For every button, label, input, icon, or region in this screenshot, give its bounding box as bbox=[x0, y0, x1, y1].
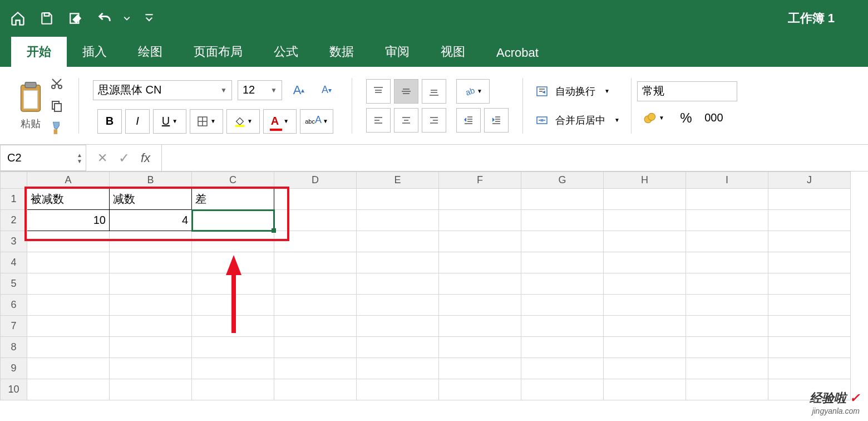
cell[interactable] bbox=[357, 210, 439, 231]
cell[interactable] bbox=[686, 337, 768, 358]
fx-icon[interactable]: fx bbox=[141, 151, 150, 165]
cell[interactable] bbox=[192, 337, 274, 358]
cell-A1[interactable]: 被减数 bbox=[27, 189, 110, 210]
cell-C2[interactable] bbox=[192, 210, 274, 231]
cell[interactable] bbox=[686, 295, 768, 316]
cell[interactable] bbox=[686, 231, 768, 252]
align-center-icon[interactable] bbox=[394, 108, 418, 133]
cell[interactable] bbox=[686, 316, 768, 337]
cell[interactable] bbox=[439, 189, 521, 210]
cell[interactable] bbox=[274, 295, 357, 316]
row-header[interactable]: 2 bbox=[1, 210, 27, 231]
cell[interactable] bbox=[110, 231, 192, 252]
cell[interactable] bbox=[521, 273, 604, 295]
align-right-icon[interactable] bbox=[422, 108, 446, 133]
cell[interactable] bbox=[521, 358, 604, 379]
col-header[interactable]: B bbox=[110, 172, 192, 189]
align-top-icon[interactable] bbox=[366, 79, 391, 104]
cell[interactable] bbox=[110, 337, 192, 358]
cell[interactable] bbox=[686, 210, 768, 231]
cell[interactable] bbox=[110, 252, 192, 273]
underline-button[interactable]: U ▼ bbox=[153, 109, 186, 134]
cell[interactable] bbox=[274, 189, 357, 210]
row-header[interactable]: 7 bbox=[1, 316, 27, 337]
cell-A2[interactable]: 10 bbox=[27, 210, 110, 231]
col-header[interactable]: E bbox=[357, 172, 439, 189]
formula-input[interactable] bbox=[161, 145, 868, 171]
cell[interactable] bbox=[357, 295, 439, 316]
tab-insert[interactable]: 插入 bbox=[67, 37, 122, 67]
row-header[interactable]: 5 bbox=[1, 273, 27, 295]
orientation-button[interactable]: ab ▼ bbox=[456, 79, 490, 104]
cell[interactable] bbox=[521, 252, 604, 273]
row-header[interactable]: 8 bbox=[1, 337, 27, 358]
cell[interactable] bbox=[110, 273, 192, 295]
percent-format-button[interactable]: % bbox=[674, 106, 698, 130]
cell[interactable] bbox=[686, 358, 768, 379]
col-header[interactable]: G bbox=[521, 172, 604, 189]
font-name-combo[interactable]: 思源黑体 CN▼ bbox=[93, 80, 232, 100]
cell[interactable] bbox=[357, 358, 439, 379]
tab-view[interactable]: 视图 bbox=[425, 37, 481, 67]
cancel-formula-icon[interactable]: ✕ bbox=[97, 151, 107, 165]
cell[interactable] bbox=[274, 231, 357, 252]
cell[interactable] bbox=[439, 295, 521, 316]
col-header[interactable]: A bbox=[27, 172, 110, 189]
col-header[interactable]: F bbox=[439, 172, 521, 189]
cell[interactable] bbox=[768, 252, 851, 273]
cell[interactable] bbox=[192, 379, 274, 400]
cell[interactable] bbox=[521, 379, 604, 400]
tab-acrobat[interactable]: Acrobat bbox=[481, 39, 554, 67]
col-header[interactable]: H bbox=[604, 172, 686, 189]
cell[interactable] bbox=[521, 189, 604, 210]
row-header[interactable]: 6 bbox=[1, 295, 27, 316]
border-button[interactable]: ▼ bbox=[190, 109, 223, 134]
cell[interactable] bbox=[768, 210, 851, 231]
cell[interactable] bbox=[521, 210, 604, 231]
cell[interactable] bbox=[27, 295, 110, 316]
cell[interactable] bbox=[439, 337, 521, 358]
merge-center-button[interactable]: 合并后居中 ▼ bbox=[529, 108, 625, 133]
cell[interactable] bbox=[27, 337, 110, 358]
cell[interactable] bbox=[27, 316, 110, 337]
col-header[interactable]: J bbox=[768, 172, 851, 189]
align-bottom-icon[interactable] bbox=[422, 79, 446, 104]
font-size-combo[interactable]: 12▼ bbox=[238, 80, 282, 100]
enter-formula-icon[interactable]: ✓ bbox=[119, 150, 130, 166]
cell[interactable] bbox=[686, 189, 768, 210]
home-icon[interactable] bbox=[6, 6, 30, 31]
cell[interactable] bbox=[604, 210, 686, 231]
cell[interactable] bbox=[439, 379, 521, 400]
cell-C1[interactable]: 差 bbox=[192, 189, 274, 210]
cell[interactable] bbox=[521, 231, 604, 252]
fill-color-button[interactable]: ▼ bbox=[226, 109, 260, 134]
cell[interactable] bbox=[604, 273, 686, 295]
row-header[interactable]: 3 bbox=[1, 231, 27, 252]
cell[interactable] bbox=[357, 316, 439, 337]
cell[interactable] bbox=[357, 231, 439, 252]
cell[interactable] bbox=[274, 337, 357, 358]
cell[interactable] bbox=[521, 337, 604, 358]
cell[interactable] bbox=[110, 379, 192, 400]
cell[interactable] bbox=[274, 316, 357, 337]
name-box[interactable]: C2 ▲▼ bbox=[0, 145, 86, 171]
cell[interactable] bbox=[192, 358, 274, 379]
cell[interactable] bbox=[27, 252, 110, 273]
accounting-format-button[interactable]: ▼ bbox=[637, 106, 670, 130]
increase-font-icon[interactable]: A▴ bbox=[288, 78, 310, 102]
col-header[interactable]: D bbox=[274, 172, 357, 189]
cell[interactable] bbox=[357, 337, 439, 358]
row-header[interactable]: 10 bbox=[1, 379, 27, 400]
copy-icon[interactable] bbox=[49, 98, 65, 114]
cell[interactable] bbox=[604, 358, 686, 379]
decrease-indent-icon[interactable] bbox=[456, 108, 481, 133]
cell[interactable] bbox=[357, 189, 439, 210]
tab-home[interactable]: 开始 bbox=[11, 37, 67, 67]
cell[interactable] bbox=[274, 252, 357, 273]
cell[interactable] bbox=[604, 189, 686, 210]
cell[interactable] bbox=[439, 252, 521, 273]
phonetic-guide-button[interactable]: abcA ▼ bbox=[300, 109, 333, 134]
cell[interactable] bbox=[357, 273, 439, 295]
comma-format-button[interactable]: 000 bbox=[702, 106, 726, 130]
decrease-font-icon[interactable]: A▾ bbox=[315, 78, 338, 102]
